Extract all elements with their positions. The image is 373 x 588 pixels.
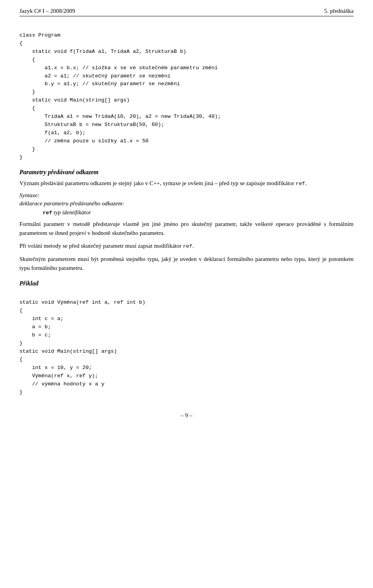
priklad-line-7: static void Main(string[] args) — [19, 348, 117, 354]
parametry-text3-suffix: . — [192, 243, 194, 249]
priklad-line-12: } — [19, 389, 23, 395]
code-line: f(a1, a2, b); — [19, 130, 85, 136]
code-line: } — [19, 146, 35, 152]
code-line: b.y = a1.y; // skutečný parametr se nezm… — [19, 81, 180, 87]
code-line: } — [19, 89, 35, 95]
code-line: { — [19, 40, 23, 46]
header-title: Jazyk C# I – 2008/2009 — [19, 8, 75, 14]
code-line: a1.x = b.x; // složka x se ve skutečném … — [19, 65, 218, 71]
code-line: TridaA a1 = new TridaA(10, 20), a2 = new… — [19, 114, 221, 119]
deklarace-label: deklarace parametru předávaného odkazem: — [19, 200, 354, 207]
code-line: } — [19, 154, 23, 160]
ref-type-typ: typ — [54, 209, 61, 215]
priklad-line-3: int c = a; — [19, 316, 63, 322]
ref-keyword: ref — [43, 210, 52, 216]
parametry-text1-end: . — [305, 180, 307, 186]
code-block-priklad: static void Výměna(ref int a, ref int b)… — [19, 291, 354, 397]
parametry-text4: Skutečným parametrem musí být proměnná s… — [19, 255, 354, 273]
page-header: Jazyk C# I – 2008/2009 5. přednáška — [19, 8, 354, 16]
parametry-text3-prefix: Při volání metody se před skutečný param… — [19, 243, 181, 249]
header-lecture: 5. přednáška — [324, 8, 354, 14]
parametry-text1-start: Význam předávání parametru odkazem je st… — [19, 180, 294, 186]
footer-page-number: – 9 – — [181, 412, 192, 418]
syntaxe-label: Syntaxe: — [19, 192, 354, 199]
code-line: a2 = a1; // skutečný parametr se nezmění — [19, 73, 171, 79]
code-line: // změna pouze u složky a1.x = 50 — [19, 138, 148, 144]
priklad-line-9: int x = 10, y = 20; — [19, 365, 92, 371]
priklad-line-5: b = c; — [19, 332, 51, 338]
ref-type-identifikator: identifikátor — [62, 209, 91, 215]
page-footer: – 9 – — [19, 412, 354, 419]
code-line: static void Main(string[] args) — [19, 97, 130, 103]
parametry-text1: Význam předávání parametru odkazem je st… — [19, 179, 354, 188]
ref-inline-code-2: ref — [183, 243, 192, 249]
ref-type-declaration: ref typ identifikátor — [43, 209, 354, 216]
priklad-line-1: static void Výměna(ref int a, ref int b) — [19, 299, 145, 305]
code-line: { — [19, 57, 35, 63]
parametry-text2: Formální parametr v metodě představuje v… — [19, 220, 354, 238]
priklad-line-8: { — [19, 357, 23, 362]
section-parametry-heading: Parametry předávané odkazem — [19, 169, 354, 176]
priklad-heading: Příklad — [19, 280, 354, 287]
code-line: StrukturaB b = new StrukturaB(50, 60); — [19, 122, 164, 128]
priklad-line-4: a = b; — [19, 324, 51, 330]
code-line: static void f(TridaA a1, TridaA a2, Stru… — [19, 49, 186, 54]
parametry-text3: Při volání metody se před skutečný param… — [19, 242, 354, 251]
code-block-1: class Program { static void f(TridaA a1,… — [19, 23, 354, 162]
priklad-line-11: // výměna hodnoty x a y — [19, 381, 105, 387]
code-line: class Program — [19, 32, 60, 38]
priklad-line-10: Výměna(ref x, ref y); — [19, 373, 98, 379]
code-line: { — [19, 105, 35, 111]
priklad-line-2: { — [19, 308, 23, 313]
ref-inline-code: ref — [296, 181, 305, 187]
priklad-line-6: } — [19, 340, 23, 346]
